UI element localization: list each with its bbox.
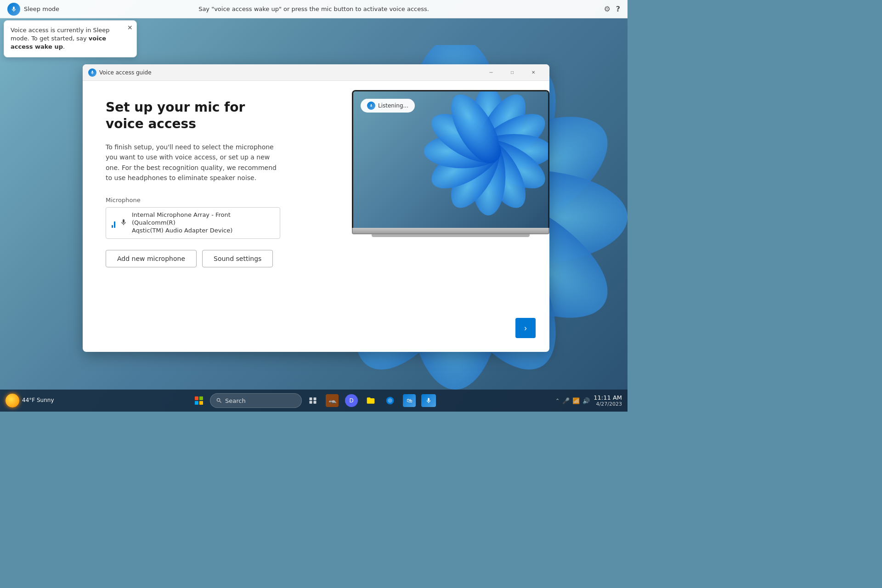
mic-tray-icon[interactable]: 🎤 [562,397,570,404]
taskbar-app-files[interactable] [362,392,379,409]
edge-icon [384,394,396,407]
discord-icon: D [345,394,358,407]
laptop-preview: Listening... [352,90,549,237]
setup-title: Set up your mic for voice access [106,99,284,133]
volume-icon[interactable]: 🔊 [582,397,590,404]
dialog-titlebar: Voice access guide ─ □ ✕ [83,64,549,81]
weather-text: 44°F Sunny [22,397,54,404]
close-button[interactable]: ✕ [523,64,544,81]
tooltip-text: Voice access is currently in Sleep mode.… [11,27,110,50]
task-view-icon [309,396,317,405]
win-logo-sq1 [195,396,198,400]
weather-condition: Sunny [37,397,54,403]
setup-description: To finish setup, you'll need to select t… [106,142,284,183]
laptop-base [352,228,549,234]
clock-date: 4/27/2023 [594,401,622,407]
weather-sun-icon [6,394,19,407]
system-tray: ⌃ 🎤 📶 🔊 [555,397,590,404]
taskbar-app-badger[interactable]: 🦡 [324,392,340,409]
mic-bar-1 [112,225,113,228]
listening-text: Listening... [378,102,408,109]
dialog-left-panel: Set up your mic for voice access To fini… [83,81,307,352]
win-logo-sq3 [195,401,198,405]
svg-rect-27 [314,401,317,404]
task-view-button[interactable] [305,392,321,409]
sound-settings-button[interactable]: Sound settings [202,250,273,267]
clock-area[interactable]: 11:11 AM 4/27/2023 [594,394,622,407]
voice-bar-center-text: Say "voice access wake up" or press the … [198,6,429,12]
win-logo-sq2 [199,396,203,400]
help-icon[interactable]: ? [616,5,620,13]
microphone-label: Microphone [106,197,284,204]
start-button[interactable] [191,392,207,409]
taskbar-app-voice[interactable] [420,392,437,409]
tray-chevron-icon[interactable]: ⌃ [555,398,560,404]
clock-time: 11:11 AM [594,394,622,401]
mic-name-line2: Aqstic(TM) Audio Adapter Device) [132,227,274,235]
titlebar-controls: ─ □ ✕ [481,64,544,81]
mic-dropdown-icon [120,219,127,227]
listening-badge: Listening... [361,99,415,113]
windows-logo-icon [195,396,203,405]
mic-bar-2 [114,221,115,228]
taskbar-app-store[interactable]: 🛍 [401,392,418,409]
tooltip-close-button[interactable]: ✕ [127,24,133,31]
laptop-screen: Listening... [352,90,549,228]
dialog-icon [88,68,96,77]
weather-widget[interactable]: 44°F Sunny [6,394,54,407]
dialog-right-panel: Listening... [307,81,549,352]
next-button[interactable]: › [515,318,536,338]
voice-access-mic-icon[interactable] [7,3,20,16]
taskbar-app-discord[interactable]: D [343,392,360,409]
badger-app-icon: 🦡 [326,394,339,407]
store-icon: 🛍 [403,394,416,407]
wifi-icon[interactable]: 📶 [572,397,580,404]
taskbar-left: 44°F Sunny [6,394,54,407]
taskbar-right: ⌃ 🎤 📶 🔊 11:11 AM 4/27/2023 [555,394,622,407]
minimize-button[interactable]: ─ [481,64,502,81]
maximize-button[interactable]: □ [502,64,523,81]
files-icon [364,394,377,407]
taskbar-center: Search 🦡 D [191,392,437,409]
listening-mic-icon [367,102,375,110]
search-bar-label: Search [225,397,246,404]
search-icon [216,397,222,404]
search-bar[interactable]: Search [210,393,302,408]
win-logo-sq4 [199,401,203,405]
mic-name: Internal Microphone Array - Front (Qualc… [132,211,274,235]
voice-access-dialog: Voice access guide ─ □ ✕ Set up your mic… [83,64,549,352]
laptop-stand [372,234,530,237]
mic-name-line1: Internal Microphone Array - Front (Qualc… [132,211,274,227]
voice-app-icon [421,394,436,407]
taskbar: 44°F Sunny Search [0,390,628,412]
laptop-flower [424,91,548,215]
microphone-selector[interactable]: Internal Microphone Array - Front (Qualc… [106,207,280,239]
weather-temp: 44°F [22,397,35,403]
sleep-tooltip: ✕ Voice access is currently in Sleep mod… [4,20,137,57]
action-buttons: Add new microphone Sound settings [106,250,284,267]
voice-bar-right: ⚙ ? [604,5,620,13]
dialog-title: Voice access guide [99,69,481,76]
mic-level-indicator [112,219,115,228]
svg-rect-24 [310,397,312,400]
settings-icon[interactable]: ⚙ [604,5,610,13]
voice-access-bar: Sleep mode Say "voice access wake up" or… [0,0,628,18]
add-microphone-button[interactable]: Add new microphone [106,250,197,267]
sleep-mode-label: Sleep mode [24,6,59,12]
taskbar-app-edge[interactable] [382,392,398,409]
svg-rect-25 [314,397,317,400]
svg-rect-26 [310,401,312,404]
dialog-body: Set up your mic for voice access To fini… [83,81,549,352]
laptop-screen-inner: Listening... [353,91,548,228]
voice-bar-left: Sleep mode [7,3,59,16]
